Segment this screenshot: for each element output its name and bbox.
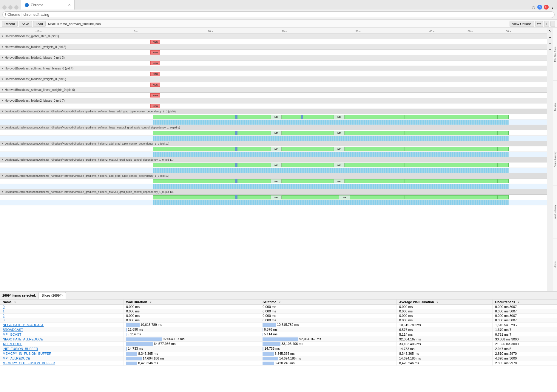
green-block-pid9-2	[405, 131, 498, 135]
cell-name[interactable]: MPI_ALLREDUCE	[0, 356, 124, 361]
name-link[interactable]: MPI_BCAST	[3, 333, 21, 336]
ruler-mark-60: 60 s	[506, 30, 511, 33]
blue-block-pid11	[235, 163, 237, 167]
track-header-pid3[interactable]: ▼ HorovodBroadcast_hidden1_biases_0 (pid…	[0, 55, 547, 61]
track-header-pid6[interactable]: ▼ HorovodBroadcast_softmax_linear_weight…	[0, 87, 547, 93]
neg-block-pid2: NEG	[150, 50, 160, 55]
name-link[interactable]: ALLREDUCE	[3, 342, 22, 346]
cell-name[interactable]: MEMCPY_OUT_FUSION_BUFFER	[0, 361, 124, 365]
col-wall-duration[interactable]: Wall Duration ▼	[124, 300, 260, 305]
track-header-pid12[interactable]: ▼ DistributedGradientDescentOptimizer_Al…	[0, 173, 547, 179]
load-button[interactable]: Load	[33, 21, 46, 27]
name-link[interactable]: MEMCPY_OUT_FUSION_BUFFER	[3, 361, 55, 365]
track-header-pid10[interactable]: ▼ DistributedGradientDescentOptimizer_Al…	[0, 141, 547, 146]
ne-block-pid11-2: NE	[334, 163, 345, 167]
name-link[interactable]: INIT_FUSION_BUFFER	[3, 347, 38, 351]
cell-avg-wall: 92,064.167 ms	[396, 337, 492, 342]
col-name-label: Name	[3, 300, 12, 304]
track-label-pid13: DistributedGradientDescentOptimizer_Allr…	[5, 190, 174, 193]
expand-icon-pid8[interactable]: ▼	[1, 110, 4, 113]
browser-tab-label: Chrome	[7, 13, 20, 17]
track-header-pid11[interactable]: ▼ DistributedGradientDescentOptimizer_Al…	[0, 157, 547, 162]
expand-icon-pid6[interactable]: ▼	[1, 89, 4, 91]
tab-close-icon[interactable]: ✕	[68, 3, 71, 7]
star-icon[interactable]: ☆	[532, 5, 536, 10]
view-options-button[interactable]: View Options	[510, 21, 534, 27]
cell-name[interactable]: 1	[0, 309, 124, 314]
expand-icon-pid1[interactable]: ▼	[1, 35, 4, 38]
cell-wall-duration: 14,694.186 ms	[124, 356, 260, 361]
name-link[interactable]: BROADCAST	[3, 328, 23, 331]
zoom-out-icon[interactable]: −	[549, 41, 551, 46]
cell-name[interactable]: INIT_FUSION_BUFFER	[0, 346, 124, 351]
back-button[interactable]	[2, 5, 7, 10]
zoom-in-icon[interactable]: +	[549, 35, 551, 40]
table-row: MPI_BCAST 5.114 ms 5.114 ms5.114 ms0.731…	[0, 332, 557, 337]
cell-occurrences: 2.947 ms 5	[493, 346, 557, 351]
name-link[interactable]: NEGOTIATE_BROADCAST	[3, 323, 44, 327]
forward-button[interactable]	[8, 5, 13, 10]
zoom-fit-button[interactable]: ⟺	[535, 21, 543, 27]
record-button[interactable]: Record	[2, 21, 18, 27]
cell-name[interactable]: NEGOTIATE_ALLREDUCE	[0, 337, 124, 342]
cell-name[interactable]: MEMCPY_IN_FUSION_BUFFER	[0, 351, 124, 356]
browser-chrome: 🔵 Chrome ✕ ☆ C U ⋮ ℹ Chrome | chrome://t…	[0, 0, 557, 20]
expand-icon-pid3[interactable]: ▼	[1, 56, 4, 59]
expand-icon-pid7[interactable]: ▼	[1, 99, 4, 102]
cell-avg-wall: 0.000 ms	[396, 305, 492, 309]
track-header-pid2[interactable]: ▼ HorovodBroadcast_hidden1_weights_0 (pi…	[0, 44, 547, 50]
expand-icon-pid9[interactable]: ▼	[1, 126, 4, 129]
cell-name[interactable]: ALLREDUCE	[0, 342, 124, 346]
address-bar[interactable]: ℹ Chrome | chrome://tracing	[2, 11, 555, 18]
col-self-time[interactable]: Self time ▼	[260, 300, 397, 305]
track-group-pid10: ▼ DistributedGradientDescentOptimizer_Al…	[0, 141, 547, 157]
track-header-pid9[interactable]: ▼ DistributedGradientDescentOptimizer_Al…	[0, 125, 547, 130]
save-button[interactable]: Save	[19, 21, 32, 27]
cell-name[interactable]: 3	[0, 318, 124, 323]
track-header-pid7[interactable]: ▼ HorovodBroadcast_hidden2_biases_0 (pid…	[0, 98, 547, 103]
fit-icon[interactable]: ↔	[548, 48, 552, 51]
reload-button[interactable]	[14, 5, 18, 10]
col-avg-wall[interactable]: Average Wall Duration ▼	[396, 300, 492, 305]
tabs-row: 🔵 Chrome ✕ ☆ C U ⋮	[0, 0, 557, 10]
expand-icon-pid2[interactable]: ▼	[1, 46, 4, 48]
track-header-pid5[interactable]: ▼ HorovodBroadcast_hidden2_weights_0 (pi…	[0, 77, 547, 82]
col-occ-sort-icon: ▼	[517, 301, 520, 304]
expand-icon-pid4[interactable]: ▼	[1, 67, 4, 70]
expand-icon-pid12[interactable]: ▼	[1, 174, 4, 177]
cell-name[interactable]: NEGOTIATE_BROADCAST	[0, 323, 124, 327]
cell-occurrences: 21.526 ms 3000	[493, 342, 557, 346]
expand-icon-pid11[interactable]: ▼	[1, 158, 4, 161]
track-label-pid3: HorovodBroadcast_hidden1_biases_0 (pid 3…	[5, 56, 65, 59]
blue-block-pid12	[235, 179, 237, 183]
browser-tab[interactable]: 🔵 Chrome ✕	[21, 0, 75, 10]
tab-favicon: 🔵	[24, 3, 29, 7]
track-header-pid4[interactable]: ▼ HorovodBroadcast_softmax_linear_biases…	[0, 66, 547, 71]
cell-name[interactable]: 0	[0, 305, 124, 309]
cell-name[interactable]: BROADCAST	[0, 327, 124, 332]
name-link[interactable]: 2	[3, 314, 4, 317]
expand-icon-pid13[interactable]: ▼	[1, 190, 4, 193]
cell-name[interactable]: MPI_BCAST	[0, 332, 124, 337]
track-header-pid13[interactable]: ▼ DistributedGradientDescentOptimizer_Al…	[0, 189, 547, 195]
cell-name[interactable]: 2	[0, 314, 124, 318]
zoom-out-button[interactable]: −	[550, 21, 555, 27]
name-link[interactable]: 0	[3, 305, 4, 309]
col-occurrences[interactable]: Occurrences ▼	[493, 300, 557, 305]
name-link[interactable]: MPI_ALLREDUCE	[3, 357, 30, 360]
zoom-in-button[interactable]: +	[544, 21, 549, 27]
menu-icon[interactable]: ⋮	[550, 5, 555, 10]
chrome-icon: C	[537, 5, 542, 10]
expand-icon-pid10[interactable]: ▼	[1, 142, 4, 145]
col-name[interactable]: Name ▼	[0, 300, 124, 305]
expand-icon-pid5[interactable]: ▼	[1, 78, 4, 80]
slices-tab[interactable]: Slices (26994)	[38, 292, 66, 299]
name-link[interactable]: NEGOTIATE_ALLREDUCE	[3, 337, 43, 341]
name-link[interactable]: 1	[3, 309, 4, 313]
name-link[interactable]: MEMCPY_IN_FUSION_BUFFER	[3, 352, 51, 355]
track-header-pid8[interactable]: ▼ DistributedGradientDescentOptimizer_Al…	[0, 109, 547, 114]
green-block-pid12-2	[405, 179, 498, 183]
name-link[interactable]: 3	[3, 318, 4, 322]
cursor-icon[interactable]: ↖	[548, 29, 552, 33]
track-header-pid1[interactable]: ▼ HorovodBroadcast_global_step_0 (pid 1)	[0, 34, 547, 39]
